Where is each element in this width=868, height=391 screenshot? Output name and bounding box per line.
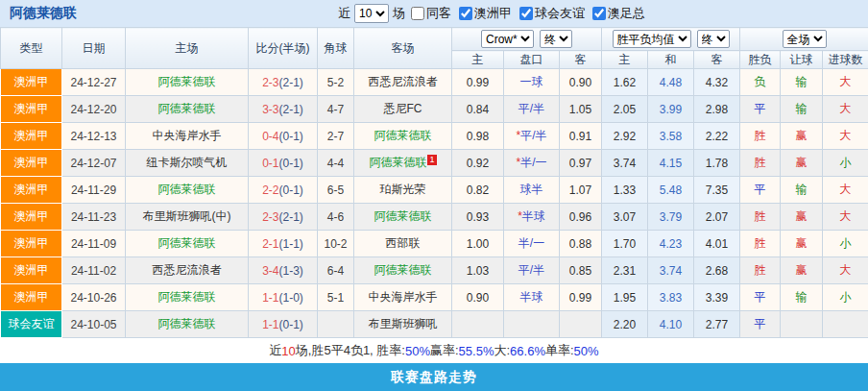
league-type-badge[interactable]: 澳洲甲 <box>1 123 62 150</box>
league-type-badge[interactable]: 球会友谊 <box>1 311 62 338</box>
mean-draw-odds-cell: 4.10 <box>648 311 694 338</box>
mean-draw-odds-cell: 4.23 <box>648 231 694 257</box>
col-header-mean-away: 客 <box>694 51 740 69</box>
league-type-badge[interactable]: 澳洲甲 <box>1 96 62 123</box>
mean-away-odds-cell: 2.77 <box>694 311 740 338</box>
home-team-link[interactable]: 阿德莱德联 <box>126 69 249 96</box>
away-team-link[interactable]: 珀斯光荣 <box>354 177 452 204</box>
halftime-score: (1-1) <box>279 237 303 251</box>
handicap-cell: 球半 <box>504 177 560 204</box>
mean-odds-select[interactable]: 胜平负均值 <box>613 30 691 48</box>
summary-segment: 55.5% <box>459 344 494 358</box>
away-team-name: 中央海岸水手 <box>369 290 438 304</box>
league-type-badge[interactable]: 澳洲甲 <box>1 257 62 284</box>
home-team-link[interactable]: 中央海岸水手 <box>126 123 249 150</box>
summary-segment: 大: <box>494 342 510 359</box>
summary-segment: 50% <box>574 344 599 358</box>
home-team-link[interactable]: 阿德莱德联 <box>126 96 249 123</box>
home-team-link[interactable]: 纽卡斯尔喷气机 <box>126 150 249 177</box>
mean-draw-odds-cell: 4.48 <box>648 69 694 96</box>
league-handicap-trend-header: 联赛盘路走势 <box>0 363 868 391</box>
result-cell: 平 <box>740 284 781 311</box>
league-type-badge[interactable]: 澳洲甲 <box>1 204 62 231</box>
goals-result-cell: 大 <box>823 69 868 96</box>
mean-away-odds-cell: 2.22 <box>694 123 740 150</box>
score-cell: 2-1(1-1) <box>249 231 318 257</box>
away-team-name: 珀斯光荣 <box>380 183 426 196</box>
match-date: 24-11-29 <box>62 177 126 204</box>
away-team-link[interactable]: 阿德莱德联 <box>354 123 452 150</box>
summary-segment: 66.6% <box>510 344 545 358</box>
away-team-link[interactable]: 西悉尼流浪者 <box>354 69 452 96</box>
league-a-checkbox[interactable] <box>459 7 472 20</box>
fulltime-score: 3-3 <box>262 103 278 116</box>
near-label: 近 <box>338 5 350 22</box>
mean-final-select[interactable]: 终 <box>697 30 730 48</box>
checkbox-cup[interactable]: 澳足总 <box>587 5 645 22</box>
handicap-value: 半球 <box>522 209 545 223</box>
same-away-checkbox[interactable] <box>411 7 424 20</box>
col-header-home: 主场 <box>126 28 249 69</box>
match-row: 澳洲甲24-10-26阿德莱德联1-1(1-0)5-1中央海岸水手0.90半球0… <box>1 284 868 311</box>
mean-home-odds-cell: 1.95 <box>602 284 648 311</box>
mean-home-odds-cell: 1.70 <box>602 231 648 257</box>
mean-away-odds-cell: 2.07 <box>694 204 740 231</box>
club-friendly-checkbox[interactable] <box>519 7 533 20</box>
goals-result-cell: 大 <box>823 96 868 123</box>
checkbox-same-away[interactable]: 同客 <box>405 5 451 22</box>
league-type-badge[interactable]: 澳洲甲 <box>1 150 62 177</box>
match-row: 澳洲甲24-12-13中央海岸水手0-4(0-1)2-7阿德莱德联0.98*平/… <box>1 123 868 150</box>
away-team-link[interactable]: 中央海岸水手 <box>354 284 452 311</box>
fulltime-select[interactable]: 全场 <box>783 30 827 48</box>
handicap-result-cell <box>781 311 823 338</box>
league-type-badge[interactable]: 澳洲甲 <box>1 231 62 257</box>
away-team-link[interactable]: 悉尼FC <box>354 96 452 123</box>
match-count-select[interactable]: 10 <box>354 4 389 23</box>
home-odds-cell: 0.90 <box>452 284 504 311</box>
league-type-badge[interactable]: 澳洲甲 <box>1 284 62 311</box>
away-team-link[interactable]: 阿德莱德联1 <box>354 150 452 177</box>
score-cell: 3-3(2-1) <box>249 96 318 123</box>
away-odds-cell: 0.97 <box>560 150 602 177</box>
match-row: 球会友谊24-10-05阿德莱德联1-1(0-1)布里斯班狮吼2.204.102… <box>1 311 868 338</box>
fulltime-score: 1-1 <box>262 291 278 305</box>
away-team-link[interactable]: 布里斯班狮吼 <box>354 311 452 338</box>
home-team-link[interactable]: 西悉尼流浪者 <box>126 257 249 284</box>
home-team-link[interactable]: 阿德莱德联 <box>126 311 249 338</box>
mean-home-odds-cell: 3.74 <box>602 150 648 177</box>
col-header-handicap-result: 让球 <box>781 51 823 69</box>
away-team-link[interactable]: 阿德莱德联 <box>354 257 452 284</box>
checkbox-club-friendly[interactable]: 球会友谊 <box>514 5 585 22</box>
fulltime-score: 0-1 <box>262 157 278 170</box>
goals-result-cell: 小 <box>823 284 868 311</box>
league-type-badge[interactable]: 澳洲甲 <box>1 69 62 96</box>
handicap-value: 平/半 <box>520 129 546 142</box>
away-odds-cell: 0.96 <box>560 204 602 231</box>
away-team-link[interactable]: 西部联 <box>354 231 452 257</box>
goals-result-cell: 大 <box>823 177 868 204</box>
mean-away-odds-cell: 2.68 <box>694 257 740 284</box>
away-team-link[interactable]: 阿德莱德联 <box>354 204 452 231</box>
unit-label: 场 <box>393 5 405 22</box>
handicap-cell <box>504 311 560 338</box>
mean-draw-odds-cell: 3.58 <box>648 123 694 150</box>
home-team-link[interactable]: 布里斯班狮吼(中) <box>126 204 249 231</box>
away-team-name: 西悉尼流浪者 <box>369 75 438 88</box>
fulltime-group-header: 全场 <box>740 28 868 51</box>
match-date: 24-12-13 <box>62 123 126 150</box>
home-team-link[interactable]: 阿德莱德联 <box>126 177 249 204</box>
odds-company-select[interactable]: Crow* <box>481 30 534 48</box>
corner-cell: 6-4 <box>318 257 354 284</box>
home-team-link[interactable]: 阿德莱德联 <box>126 284 249 311</box>
corner-cell <box>318 311 354 338</box>
result-cell: 负 <box>740 69 781 96</box>
footer-title: 联赛盘路走势 <box>391 369 477 386</box>
mean-home-odds-cell: 3.07 <box>602 204 648 231</box>
mean-home-odds-cell: 1.33 <box>602 177 648 204</box>
odds-final-select[interactable]: 终 <box>540 30 572 48</box>
result-cell: 平 <box>740 311 781 338</box>
league-type-badge[interactable]: 澳洲甲 <box>1 177 62 204</box>
home-team-link[interactable]: 阿德莱德联 <box>126 231 249 257</box>
checkbox-league-a[interactable]: 澳洲甲 <box>453 5 512 22</box>
cup-checkbox[interactable] <box>592 7 606 20</box>
